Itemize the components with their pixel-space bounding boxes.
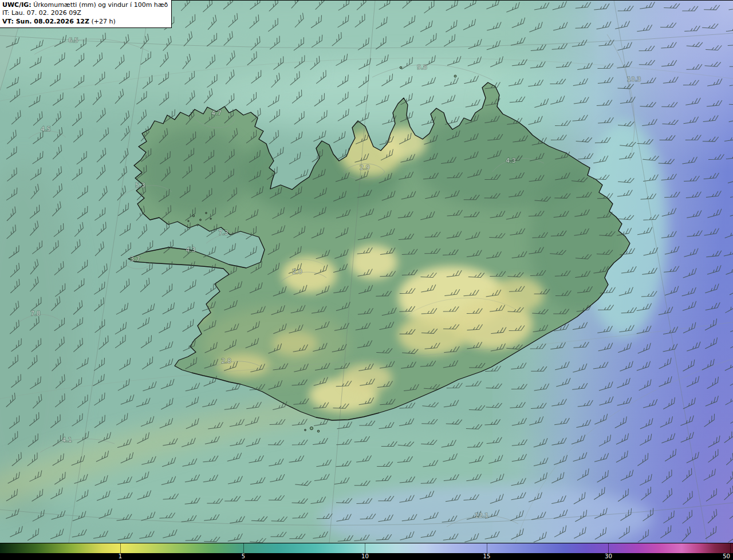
model-title: UWC/IG: Úrkomumætti (mm) og vindur í 100… [2,1,168,9]
colorbar-tick-label: 10 [361,553,369,560]
weather-map-page: 6.59.810.34.74.55.32.94.37.34.33.72.07.8… [0,0,733,560]
contour-label: 4.3 [506,157,516,164]
colorbar-tick-label: 50 [723,553,730,560]
init-time-text: Lau. 07. 02. 2026 09Z [9,9,81,17]
colorbar-labels: 1510153050 [0,553,733,560]
valid-time-offset: (+27 h) [89,18,116,25]
colorbar-tick-label: 15 [483,553,491,560]
contour-label: 3.7 [130,255,140,263]
title-box: UWC/IG: Úrkomumætti (mm) og vindur í 100… [0,0,172,28]
colorbar-tick-label: 5 [242,553,245,560]
init-time-label: IT: [2,9,9,17]
valid-time: VT: Sun. 08.02.2026 12Z (+27 h) [2,18,168,26]
contour-label: 7.3 [218,229,228,236]
colorbar-tick-mark [365,543,365,553]
colorbar-tick-mark [243,543,244,553]
contour-label: 2.8 [221,357,231,365]
contour-label: 9.8 [417,64,427,71]
contour-label: 4.5 [41,125,51,133]
init-time: IT: Lau. 07. 02. 2026 09Z [2,9,168,17]
colorbar-tick-mark [730,543,731,553]
model-name: UWC/IG: [2,1,31,9]
contour-label: 2.0 [292,268,302,275]
contour-label: 7.8 [30,310,41,317]
colorbar-tick-mark [608,543,609,553]
precip-colorbar: 1510153050 [0,543,733,560]
colorbar-tick-label: 30 [605,553,612,560]
contour-label: 4.7 [211,109,222,117]
weather-map: 6.59.810.34.74.55.32.94.37.34.33.72.07.8… [0,0,733,543]
contour-label: 4.1 [62,436,72,444]
contour-label: 6.5 [68,37,78,44]
contour-label: 10.3 [627,76,641,83]
colorbar-tick-mark [487,543,487,553]
contour-label: 5.3 [135,182,145,189]
colorbar-tick-mark [120,543,121,553]
model-title-text: Úrkomumætti (mm) og vindur í 100m hæð [31,1,168,9]
contour-label: 2.9 [360,164,370,171]
contour-label: 12.1 [475,512,489,519]
colorbar-gradient [0,543,733,553]
contour-label: 4.3 [186,246,196,254]
valid-time-main: VT: Sun. 08.02.2026 12Z [2,18,89,25]
colorbar-tick-label: 1 [119,553,122,560]
